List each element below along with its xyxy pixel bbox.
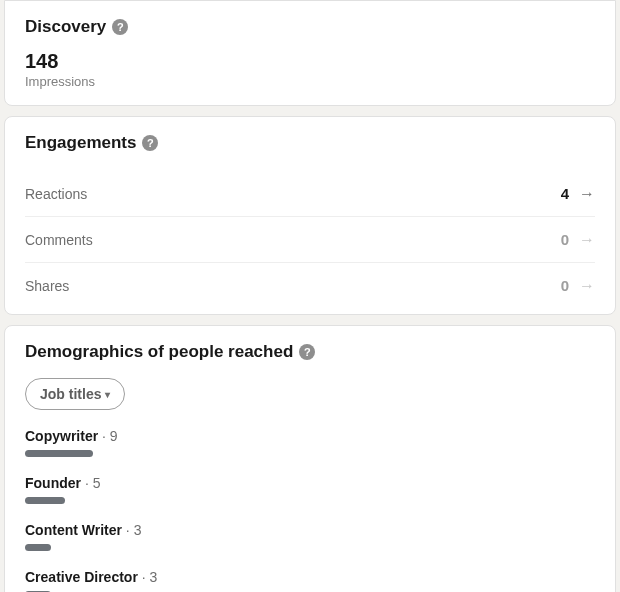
engagement-label: Comments <box>25 232 93 248</box>
discovery-card: Discovery ? 148 Impressions <box>4 0 616 106</box>
engagement-right: 0→ <box>561 277 595 294</box>
engagement-row[interactable]: Shares0→ <box>25 263 595 298</box>
demographic-row: Founder · 5 <box>25 475 595 504</box>
demographic-count: 3 <box>134 522 142 538</box>
chevron-down-icon: ▾ <box>105 389 110 400</box>
demographics-card: Demographics of people reached ? Job tit… <box>4 325 616 592</box>
demographic-row: Content Writer · 3 <box>25 522 595 551</box>
demographics-header: Demographics of people reached ? <box>25 342 595 362</box>
demographic-count: 3 <box>150 569 158 585</box>
engagement-value: 0 <box>561 231 569 248</box>
demographic-title: Founder <box>25 475 81 491</box>
impressions-value: 148 <box>25 49 595 73</box>
demographics-title: Demographics of people reached <box>25 342 293 362</box>
engagement-value: 4 <box>561 185 569 202</box>
demographic-title: Content Writer <box>25 522 122 538</box>
demographic-count: 5 <box>93 475 101 491</box>
discovery-metric: 148 Impressions <box>25 49 595 89</box>
engagement-label: Reactions <box>25 186 87 202</box>
arrow-right-icon: → <box>579 278 595 294</box>
demographics-filter-pill[interactable]: Job titles ▾ <box>25 378 125 410</box>
discovery-title: Discovery <box>25 17 106 37</box>
engagements-header: Engagements ? <box>25 133 595 153</box>
demographic-title: Creative Director <box>25 569 138 585</box>
bar-track <box>25 450 595 457</box>
help-icon[interactable]: ? <box>299 344 315 360</box>
separator: · <box>138 569 150 585</box>
demographic-label: Content Writer · 3 <box>25 522 595 538</box>
discovery-header: Discovery ? <box>25 17 595 37</box>
demographic-row: Copywriter · 9 <box>25 428 595 457</box>
bar-track <box>25 497 595 504</box>
bar-fill <box>25 497 65 504</box>
engagements-card: Engagements ? Reactions4→Comments0→Share… <box>4 116 616 315</box>
demographics-filter-label: Job titles <box>40 386 101 402</box>
help-icon[interactable]: ? <box>142 135 158 151</box>
arrow-right-icon: → <box>579 232 595 248</box>
bar-fill <box>25 544 51 551</box>
demographic-row: Creative Director · 3 <box>25 569 595 592</box>
separator: · <box>122 522 134 538</box>
impressions-label: Impressions <box>25 74 595 89</box>
engagement-value: 0 <box>561 277 569 294</box>
demographic-label: Copywriter · 9 <box>25 428 595 444</box>
demographic-count: 9 <box>110 428 118 444</box>
separator: · <box>98 428 110 444</box>
separator: · <box>81 475 93 491</box>
engagement-right: 4→ <box>561 185 595 202</box>
engagement-right: 0→ <box>561 231 595 248</box>
demographic-label: Creative Director · 3 <box>25 569 595 585</box>
engagement-row[interactable]: Comments0→ <box>25 217 595 263</box>
demographic-label: Founder · 5 <box>25 475 595 491</box>
engagement-label: Shares <box>25 278 69 294</box>
bar-fill <box>25 450 93 457</box>
engagement-row[interactable]: Reactions4→ <box>25 165 595 217</box>
bar-track <box>25 544 595 551</box>
engagements-title: Engagements <box>25 133 136 153</box>
help-icon[interactable]: ? <box>112 19 128 35</box>
arrow-right-icon: → <box>579 186 595 202</box>
demographic-title: Copywriter <box>25 428 98 444</box>
